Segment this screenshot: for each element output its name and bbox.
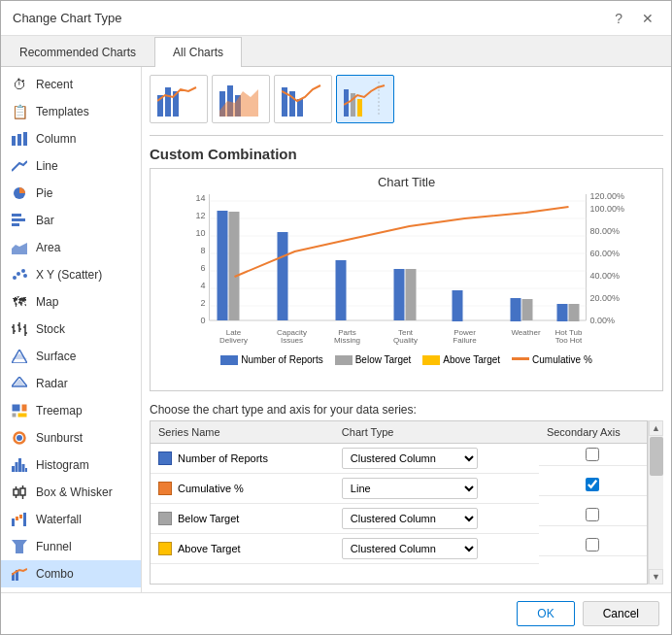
sidebar-item-area[interactable]: Area	[1, 234, 141, 261]
tab-recommended-charts[interactable]: Recommended Charts	[1, 37, 154, 67]
chart-icon-2[interactable]	[212, 75, 270, 123]
chart-title: Chart Title	[151, 169, 662, 189]
chart-icon-1[interactable]	[150, 75, 208, 123]
help-button[interactable]: ?	[609, 9, 628, 28]
svg-rect-58	[297, 99, 303, 117]
svg-rect-25	[12, 404, 20, 412]
sidebar-item-recent[interactable]: ⏱ Recent	[1, 71, 141, 98]
sidebar-item-label: Combo	[36, 567, 74, 581]
th-chart-type: Chart Type	[334, 421, 518, 444]
secondary-axis-checkbox-4[interactable]	[586, 538, 599, 551]
chart-type-select-4[interactable]: Clustered Column Line Stacked Column	[342, 538, 478, 559]
svg-text:120.00%: 120.00%	[590, 191, 625, 201]
chart-type-cell-1: Clustered Column Line Stacked Column	[334, 444, 518, 474]
bottom-bar: OK Cancel	[1, 592, 671, 634]
sidebar-item-box-whisker[interactable]: Box & Whisker	[1, 479, 141, 506]
area-icon	[11, 239, 28, 256]
sidebar-item-combo[interactable]: Combo	[1, 560, 141, 587]
svg-rect-94	[336, 260, 347, 320]
svg-rect-50	[165, 87, 171, 117]
separator	[150, 135, 663, 136]
change-chart-type-dialog: Change Chart Type ? ✕ Recommended Charts…	[0, 0, 672, 635]
secondary-axis-checkbox-2[interactable]	[586, 478, 599, 491]
sidebar-item-label: Templates	[36, 105, 89, 118]
legend-below-color	[335, 355, 353, 365]
cancel-button[interactable]: Cancel	[583, 601, 659, 626]
sidebar-item-treemap[interactable]: Treemap	[1, 397, 141, 424]
svg-text:2: 2	[200, 298, 205, 308]
svg-point-9	[17, 272, 20, 276]
table-scrollbar[interactable]: ▲ ▼	[648, 420, 663, 585]
chart-icon-3[interactable]	[274, 75, 332, 123]
chart-svg: 0 2 4 6 8 10 12 14 0	[151, 189, 662, 350]
sidebar-item-pie[interactable]: Pie	[1, 180, 141, 207]
scroll-thumb[interactable]	[650, 437, 663, 476]
sidebar-item-label: Box & Whisker	[36, 485, 113, 499]
svg-rect-6	[12, 223, 19, 226]
sidebar-item-templates[interactable]: 📋 Templates	[1, 98, 141, 125]
chart-type-cell-3: Clustered Column Line Stacked Column	[334, 504, 518, 534]
svg-rect-33	[18, 458, 21, 472]
svg-rect-103	[511, 298, 521, 321]
th-secondary-axis: Secondary Axis	[539, 421, 647, 444]
sidebar-item-column[interactable]: Column	[1, 125, 141, 152]
svg-rect-107	[569, 304, 580, 321]
scroll-up-arrow[interactable]: ▲	[649, 420, 663, 436]
svg-point-29	[17, 435, 22, 441]
sidebar-item-xy[interactable]: X Y (Scatter)	[1, 261, 141, 288]
sidebar-item-histogram[interactable]: Histogram	[1, 451, 141, 479]
svg-text:12: 12	[195, 211, 205, 220]
svg-rect-100	[453, 290, 463, 321]
histogram-icon	[11, 456, 28, 474]
chart-type-select-2[interactable]: Clustered Column Line Stacked Column	[342, 478, 478, 499]
funnel-icon	[11, 538, 28, 555]
sidebar-item-label: Bar	[36, 214, 54, 227]
sidebar-item-stock[interactable]: Stock	[1, 316, 141, 343]
sidebar-item-map[interactable]: 🗺 Map	[1, 288, 141, 316]
sidebar-item-funnel[interactable]: Funnel	[1, 533, 141, 560]
th-series-name: Series Name	[151, 421, 334, 444]
svg-point-10	[21, 269, 25, 273]
svg-rect-88	[218, 211, 228, 320]
svg-rect-61	[357, 99, 362, 117]
sidebar-item-radar[interactable]: Radar	[1, 370, 141, 397]
sidebar-item-label: Pie	[36, 186, 52, 200]
sidebar-item-label: Stock	[36, 322, 65, 336]
svg-text:4: 4	[200, 281, 205, 290]
chart-type-select-3[interactable]: Clustered Column Line Stacked Column	[342, 508, 478, 529]
dialog-title: Change Chart Type	[13, 11, 122, 25]
chart-type-select-1[interactable]: Clustered Column Line Stacked Column	[342, 448, 478, 469]
sidebar-item-label: Map	[36, 295, 58, 309]
sidebar-item-surface[interactable]: Surface	[1, 343, 141, 370]
tab-all-charts[interactable]: All Charts	[154, 37, 242, 67]
sidebar-item-waterfall[interactable]: Waterfall	[1, 506, 141, 533]
waterfall-icon	[11, 511, 28, 528]
secondary-axis-checkbox-1[interactable]	[586, 448, 599, 461]
section-title: Custom Combination	[150, 146, 663, 162]
chart-icon-4[interactable]	[336, 75, 394, 123]
main-panel: Custom Combination Chart Title 0 2 4 6	[142, 67, 671, 592]
column-icon	[11, 130, 28, 148]
xy-icon	[11, 266, 28, 284]
secondary-axis-checkbox-3[interactable]	[586, 508, 599, 521]
sidebar-item-label: Column	[36, 132, 76, 146]
close-button[interactable]: ✕	[636, 9, 659, 28]
sidebar-item-line[interactable]: Line	[1, 152, 141, 180]
secondary-axis-cell-3	[539, 504, 647, 526]
series-table-container: Series Name Chart Type Secondary Axis	[150, 420, 663, 585]
legend-above-label: Above Target	[443, 354, 500, 365]
sidebar-item-sunburst[interactable]: Sunburst	[1, 424, 141, 451]
sidebar-item-label: Sunburst	[36, 431, 83, 445]
svg-rect-91	[278, 232, 288, 320]
svg-text:Quality: Quality	[393, 336, 418, 345]
series-color-1	[158, 451, 172, 465]
sidebar-item-bar[interactable]: Bar	[1, 207, 141, 234]
chart-type-cell-2: Clustered Column Line Stacked Column	[334, 474, 518, 504]
ok-button[interactable]: OK	[517, 601, 574, 626]
scroll-down-arrow[interactable]: ▼	[649, 569, 663, 585]
surface-icon	[11, 348, 28, 365]
svg-text:Missing: Missing	[334, 336, 360, 345]
svg-marker-46	[12, 540, 27, 553]
svg-rect-89	[229, 212, 240, 320]
svg-marker-7	[12, 243, 27, 254]
